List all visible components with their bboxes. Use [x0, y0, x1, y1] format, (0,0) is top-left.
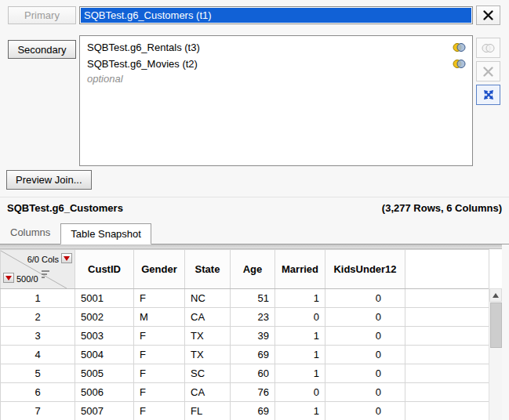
cell[interactable]: 76	[231, 383, 275, 402]
rows-menu-red-triangle[interactable]	[3, 273, 14, 283]
cell[interactable]: 5004	[75, 346, 134, 364]
primary-selected-table[interactable]: SQBTest.g6_Customers (t1)	[81, 8, 471, 23]
cell[interactable]: 39	[231, 327, 275, 346]
table-row: 75007FFL6910	[1, 402, 489, 420]
row-number[interactable]: 5	[1, 364, 75, 383]
cell[interactable]: F	[134, 346, 185, 364]
cell[interactable]: 0	[275, 383, 325, 402]
table-row: 45004FTX6910	[1, 346, 489, 364]
cell[interactable]: 0	[325, 346, 405, 364]
venn-join-icon	[481, 43, 496, 53]
snapshot-table: 6/0 Cols 500/0 CustID Gender State Age M…	[0, 249, 489, 420]
cell[interactable]: 51	[231, 289, 275, 308]
primary-table-button[interactable]: Primary	[8, 6, 76, 24]
column-header-state[interactable]: State	[185, 250, 231, 289]
cell[interactable]: 0	[325, 364, 405, 383]
cell[interactable]: 0	[325, 289, 405, 308]
cell[interactable]: 0	[325, 383, 405, 402]
tab-table-snapshot[interactable]: Table Snapshot	[60, 223, 151, 244]
snapshot-rows: 15001FNC511025002MCA230035003FTX39104500…	[1, 289, 489, 420]
scrollbar-thumb[interactable]	[490, 302, 502, 348]
cell[interactable]: 5005	[75, 364, 134, 383]
table-row: 55005FSC6010	[1, 364, 489, 383]
secondary-table-item[interactable]: SQBTest.g6_Rentals (t3)	[80, 39, 472, 56]
cell[interactable]: F	[134, 364, 185, 383]
cell[interactable]: TX	[185, 327, 231, 346]
venn-join-icon[interactable]	[452, 59, 467, 69]
secondary-tables-list[interactable]: SQBTest.g6_Rentals (t3) SQBTest.g6_Movie…	[79, 35, 473, 166]
cell[interactable]: 69	[231, 402, 275, 420]
cell[interactable]: 69	[231, 346, 275, 364]
secondary-table-label: SQBTest.g6_Rentals (t3)	[87, 42, 452, 53]
preview-join-button[interactable]: Preview Join...	[6, 170, 92, 190]
cell[interactable]: 5003	[75, 327, 134, 346]
column-header-custid[interactable]: CustID	[75, 250, 134, 289]
row-number[interactable]: 6	[1, 383, 75, 402]
query-builder-join-panel: Primary SQBTest.g6_Customers (t1) Second…	[0, 0, 509, 420]
header-row: 6/0 Cols 500/0 CustID Gender State Age M…	[1, 250, 489, 289]
secondary-table-item[interactable]: SQBTest.g6_Movies (t2)	[80, 56, 472, 72]
optional-placeholder: optional	[80, 72, 472, 89]
columns-counter: 6/0 Cols	[27, 255, 59, 264]
venn-join-icon[interactable]	[452, 42, 467, 52]
edit-join-venn-button	[476, 38, 500, 58]
remove-secondary-button	[476, 61, 500, 81]
cell[interactable]: 1	[275, 327, 325, 346]
cell[interactable]: M	[134, 308, 185, 327]
row-number[interactable]: 4	[1, 346, 75, 364]
cell[interactable]: NC	[185, 289, 231, 308]
cell[interactable]: 5002	[75, 308, 134, 327]
table-snapshot-panel: 6/0 Cols 500/0 CustID Gender State Age M…	[0, 244, 502, 420]
filler-header	[405, 250, 489, 289]
remove-primary-button[interactable]	[476, 5, 500, 25]
cell[interactable]: F	[134, 383, 185, 402]
cell[interactable]: 1	[275, 364, 325, 383]
cell[interactable]: CA	[185, 383, 231, 402]
vertical-scrollbar[interactable]	[489, 288, 502, 420]
cell[interactable]: FL	[185, 402, 231, 420]
row-number[interactable]: 3	[1, 327, 75, 346]
cell[interactable]: F	[134, 327, 185, 346]
table-title-bar: SQBTest.g6_Customers (3,277 Rows, 6 Colu…	[0, 197, 509, 219]
cell[interactable]: CA	[185, 308, 231, 327]
rows-counter: 500/0	[16, 274, 38, 284]
cell[interactable]: 1	[275, 402, 325, 420]
cell[interactable]: 1	[275, 289, 325, 308]
scroll-up-button[interactable]	[489, 288, 502, 302]
cell[interactable]: 0	[325, 402, 405, 420]
cell[interactable]: 0	[325, 327, 405, 346]
cell[interactable]: F	[134, 289, 185, 308]
table-row: 35003FTX3910	[1, 327, 489, 346]
filler-cell	[405, 327, 489, 346]
join-editor-button[interactable]	[476, 85, 500, 105]
column-header-age[interactable]: Age	[231, 250, 275, 289]
up-arrow-icon	[493, 293, 499, 298]
cell[interactable]: 5006	[75, 383, 134, 402]
cell[interactable]: 23	[231, 308, 275, 327]
filler-cell	[405, 289, 489, 308]
column-header-gender[interactable]: Gender	[134, 250, 185, 289]
cell[interactable]: F	[134, 402, 185, 420]
cell[interactable]: 5001	[75, 289, 134, 308]
filler-cell	[405, 383, 489, 402]
cell[interactable]: 5007	[75, 402, 134, 420]
row-number[interactable]: 1	[1, 289, 75, 308]
column-header-kidsunder12[interactable]: KidsUnder12	[325, 250, 405, 289]
filler-cell	[405, 346, 489, 364]
table-row: 25002MCA2300	[1, 308, 489, 327]
cell[interactable]: 1	[275, 346, 325, 364]
columns-menu-red-triangle[interactable]	[61, 253, 72, 263]
cell[interactable]: 0	[275, 308, 325, 327]
row-number[interactable]: 7	[1, 402, 75, 420]
tab-columns[interactable]: Columns	[1, 223, 60, 244]
cell[interactable]: 60	[231, 364, 275, 383]
row-number[interactable]: 2	[1, 308, 75, 327]
secondary-table-button[interactable]: Secondary	[8, 40, 76, 59]
cell[interactable]: TX	[185, 346, 231, 364]
column-header-married[interactable]: Married	[275, 250, 325, 289]
close-icon	[482, 66, 494, 78]
primary-table-field[interactable]: SQBTest.g6_Customers (t1)	[79, 6, 473, 24]
column-list-icon	[42, 270, 50, 278]
cell[interactable]: 0	[325, 308, 405, 327]
cell[interactable]: SC	[185, 364, 231, 383]
